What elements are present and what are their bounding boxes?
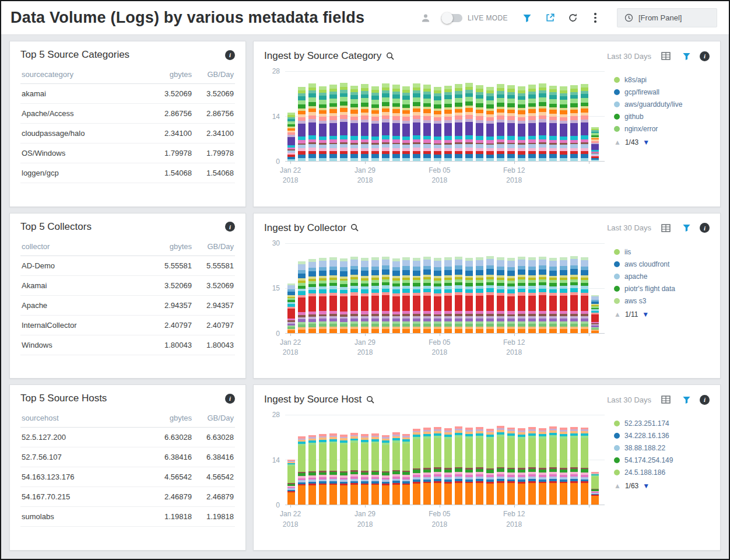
info-icon[interactable]: i (225, 394, 235, 404)
filter-icon[interactable] (679, 393, 693, 407)
live-mode-toggle[interactable] (441, 14, 462, 22)
legend-item[interactable]: 38.88.188.22 (614, 444, 710, 452)
info-icon[interactable]: i (700, 223, 710, 233)
stacked-bar[interactable] (518, 257, 525, 333)
stacked-bar[interactable] (371, 86, 379, 161)
stacked-bar[interactable] (382, 435, 389, 505)
stacked-bar[interactable] (350, 86, 358, 161)
stacked-bar[interactable] (392, 85, 400, 161)
stacked-bar[interactable] (413, 258, 420, 333)
column-header-gbytes[interactable]: gbytes (145, 66, 193, 84)
stacked-bar[interactable] (340, 258, 348, 332)
filter-icon[interactable] (679, 221, 693, 235)
magnifier-icon[interactable] (350, 223, 360, 233)
stacked-bar[interactable] (361, 258, 368, 333)
column-header-gbday[interactable]: GB/Day (193, 238, 235, 256)
stacked-bar[interactable] (455, 84, 462, 161)
stacked-bar[interactable] (350, 433, 358, 505)
stacked-bar[interactable] (539, 428, 546, 505)
pager-down-icon[interactable]: ▼ (642, 310, 649, 318)
stacked-bar[interactable] (497, 426, 504, 505)
column-header-gbday[interactable]: GB/Day (193, 66, 235, 84)
table-row[interactable]: Apache2.943572.94357 (20, 295, 235, 315)
stacked-bar[interactable] (591, 295, 599, 333)
legend-item[interactable]: 24.5.188.186 (614, 468, 710, 477)
stacked-bar[interactable] (507, 428, 515, 505)
stacked-bar[interactable] (319, 434, 327, 505)
time-range-label[interactable]: Last 30 Days (607, 223, 651, 232)
info-icon[interactable]: i (225, 222, 235, 232)
time-range-selector[interactable]: [From Panel] (617, 8, 717, 27)
stacked-bar[interactable] (423, 257, 431, 333)
stacked-bar[interactable] (549, 258, 557, 333)
pager-down-icon[interactable]: ▼ (643, 138, 650, 146)
stacked-bar[interactable] (455, 257, 462, 333)
column-header-sourcecategory[interactable]: sourcecategory (20, 66, 145, 84)
stacked-bar[interactable] (570, 85, 578, 161)
table-row[interactable]: 52.5.127.2006.630286.63028 (20, 428, 235, 447)
info-icon[interactable]: i (225, 50, 235, 60)
stacked-bar[interactable] (591, 472, 599, 505)
legend-item[interactable]: github (614, 113, 710, 121)
stacked-bar[interactable] (465, 428, 473, 505)
stacked-bar[interactable] (308, 83, 316, 161)
stacked-bar[interactable] (581, 428, 588, 505)
stacked-bar[interactable] (402, 86, 410, 161)
table-row[interactable]: loggen/gcp1.540681.54068 (20, 163, 235, 183)
stacked-bar[interactable] (434, 427, 441, 505)
stacked-bar[interactable] (581, 257, 588, 332)
stacked-bar[interactable] (507, 258, 515, 333)
stacked-bar[interactable] (382, 257, 389, 333)
table-view-icon[interactable] (659, 49, 673, 63)
table-row[interactable]: 52.7.56.1076.384166.38416 (20, 447, 235, 467)
table-row[interactable]: InternalCollector2.407972.40797 (20, 315, 235, 335)
column-header-gbytes[interactable]: gbytes (145, 238, 193, 256)
column-header-gbday[interactable]: GB/Day (193, 410, 235, 428)
stacked-bar[interactable] (518, 428, 525, 505)
table-row[interactable]: Akamai3.520693.52069 (20, 275, 235, 295)
table-row[interactable]: Apache/Access2.867562.86756 (20, 104, 235, 124)
legend-item[interactable]: piotr's flight data (614, 285, 710, 293)
share-icon[interactable] (543, 11, 557, 25)
stacked-bar[interactable] (371, 257, 379, 332)
filter-icon[interactable] (679, 49, 693, 63)
stacked-bar[interactable] (549, 426, 557, 505)
stacked-bar[interactable] (287, 113, 295, 161)
legend-item[interactable]: nginx/error (614, 125, 710, 133)
stacked-bar[interactable] (340, 83, 348, 161)
legend-item[interactable]: aws/guardduty/live (614, 100, 710, 108)
table-view-icon[interactable] (659, 221, 673, 235)
stacked-bar[interactable] (423, 85, 431, 161)
stacked-bar[interactable] (570, 427, 578, 505)
stacked-bar[interactable] (382, 83, 389, 161)
stacked-bar[interactable] (329, 85, 337, 161)
stacked-bar[interactable] (570, 256, 578, 333)
stacked-bar[interactable] (486, 429, 494, 505)
table-row[interactable]: 54.167.70.2152.468792.46879 (20, 487, 235, 507)
legend-item[interactable]: apache (614, 272, 710, 281)
refresh-icon[interactable] (566, 11, 580, 25)
legend-item[interactable]: gcp/firewall (614, 88, 710, 96)
stacked-bar[interactable] (476, 257, 483, 333)
stacked-bar[interactable] (528, 427, 536, 505)
stacked-bar[interactable] (444, 86, 452, 161)
stacked-bar[interactable] (455, 426, 462, 505)
column-header-collector[interactable]: collector (20, 238, 145, 256)
stacked-bar[interactable] (371, 433, 379, 505)
magnifier-icon[interactable] (385, 51, 395, 61)
stacked-bar[interactable] (298, 261, 306, 333)
stacked-bar[interactable] (308, 435, 316, 505)
legend-item[interactable]: k8s/api (614, 76, 710, 84)
table-view-icon[interactable] (659, 393, 673, 407)
stacked-bar[interactable] (444, 257, 452, 332)
legend-item[interactable]: iis (614, 248, 710, 256)
stacked-bar[interactable] (549, 86, 557, 161)
pager-up-icon[interactable]: ▲ (614, 482, 621, 490)
table-row[interactable]: sumolabs1.198181.19818 (20, 507, 235, 527)
table-row[interactable]: cloudpassage/halo2.341002.34100 (20, 124, 235, 144)
stacked-bar[interactable] (444, 428, 452, 505)
stacked-bar[interactable] (298, 436, 306, 505)
stacked-bar[interactable] (308, 259, 316, 333)
stacked-bar[interactable] (434, 87, 441, 161)
stacked-bar[interactable] (287, 284, 295, 333)
